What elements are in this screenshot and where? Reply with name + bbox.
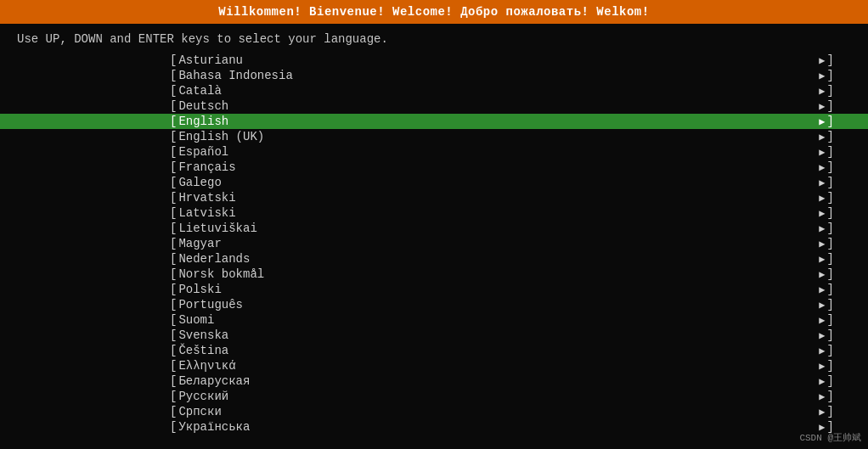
language-label: Magyar xyxy=(178,237,221,250)
language-item-ellinika[interactable]: [ Ελληνικά▶ ] xyxy=(0,358,868,373)
bracket-open-icon: [ xyxy=(170,84,177,98)
bracket-close-icon: ] xyxy=(827,267,834,281)
bracket-close-icon: ] xyxy=(827,390,834,403)
bracket-close-icon: ] xyxy=(827,53,834,67)
bracket-close-icon: ] xyxy=(827,344,834,357)
bracket-open-icon: [ xyxy=(170,237,177,250)
language-item-francais[interactable]: [ Français▶ ] xyxy=(0,160,868,175)
language-label: Deutsch xyxy=(178,99,228,113)
language-label: Català xyxy=(178,84,221,98)
arrow-icon: ▶ xyxy=(819,283,825,296)
arrow-icon: ▶ xyxy=(819,253,825,266)
bracket-close-icon: ] xyxy=(827,237,834,250)
bracket-open-icon: [ xyxy=(170,252,177,266)
bracket-close-icon: ] xyxy=(827,115,834,128)
arrow-icon: ▶ xyxy=(819,146,825,159)
bracket-close-icon: ] xyxy=(827,374,834,388)
arrow-icon: ▶ xyxy=(819,115,825,128)
bracket-open-icon: [ xyxy=(170,99,177,113)
language-label: Српски xyxy=(178,405,221,418)
bracket-open-icon: [ xyxy=(170,115,177,128)
language-label: Latviski xyxy=(178,206,235,220)
bracket-open-icon: [ xyxy=(170,359,177,373)
language-item-english[interactable]: [ English▶ ] xyxy=(0,114,868,129)
language-item-russkiy[interactable]: [ Русский▶ ] xyxy=(0,389,868,404)
bracket-open-icon: [ xyxy=(170,313,177,327)
arrow-icon: ▶ xyxy=(819,329,825,342)
language-label: Polski xyxy=(178,283,221,296)
bracket-open-icon: [ xyxy=(170,206,177,220)
language-label: English (UK) xyxy=(178,130,264,143)
instructions-text: Use UP, DOWN and ENTER keys to select yo… xyxy=(17,32,388,46)
bracket-close-icon: ] xyxy=(827,191,834,205)
language-item-lietuviškai[interactable]: [ Lietuviškai▶ ] xyxy=(0,221,868,236)
language-item-galego[interactable]: [ Galego▶ ] xyxy=(0,175,868,190)
arrow-icon: ▶ xyxy=(819,207,825,220)
language-label: Português xyxy=(178,298,243,311)
bracket-open-icon: [ xyxy=(170,405,177,418)
language-label: Українська xyxy=(178,420,250,434)
arrow-icon: ▶ xyxy=(819,299,825,311)
bracket-close-icon: ] xyxy=(827,69,834,82)
arrow-icon: ▶ xyxy=(819,70,825,82)
bracket-close-icon: ] xyxy=(827,130,834,143)
language-item-portugues[interactable]: [ Português▶ ] xyxy=(0,297,868,312)
language-label: Norsk bokmål xyxy=(178,267,264,281)
bracket-open-icon: [ xyxy=(170,69,177,82)
arrow-icon: ▶ xyxy=(819,375,825,388)
language-item-bahasa-indonesia[interactable]: [ Bahasa Indonesia▶ ] xyxy=(0,68,868,83)
language-label: Беларуская xyxy=(178,374,250,388)
language-item-asturianu[interactable]: [ Asturianu▶ ] xyxy=(0,53,868,68)
arrow-icon: ▶ xyxy=(819,177,825,189)
arrow-icon: ▶ xyxy=(819,161,825,174)
instructions: Use UP, DOWN and ENTER keys to select yo… xyxy=(0,24,868,51)
arrow-icon: ▶ xyxy=(819,131,825,143)
language-item-hrvatski[interactable]: [ Hrvatski▶ ] xyxy=(0,190,868,205)
language-item-nederlands[interactable]: [ Nederlands▶ ] xyxy=(0,251,868,267)
bracket-close-icon: ] xyxy=(827,359,834,373)
bracket-open-icon: [ xyxy=(170,420,177,434)
arrow-icon: ▶ xyxy=(819,268,825,281)
bracket-close-icon: ] xyxy=(827,298,834,311)
language-label: Galego xyxy=(178,176,221,189)
bracket-close-icon: ] xyxy=(827,176,834,189)
language-item-ukrainska[interactable]: [ Українська▶ ] xyxy=(0,419,868,435)
language-item-espanol[interactable]: [ Español▶ ] xyxy=(0,144,868,160)
bracket-open-icon: [ xyxy=(170,160,177,174)
language-item-norsk-bokmal[interactable]: [ Norsk bokmål▶ ] xyxy=(0,267,868,282)
bracket-close-icon: ] xyxy=(827,99,834,113)
bracket-close-icon: ] xyxy=(827,283,834,296)
language-label: Français xyxy=(178,160,235,174)
language-item-deutsch[interactable]: [ Deutsch▶ ] xyxy=(0,98,868,114)
language-item-latviski[interactable]: [ Latviski▶ ] xyxy=(0,205,868,221)
bracket-close-icon: ] xyxy=(827,160,834,174)
language-item-svenska[interactable]: [ Svenska▶ ] xyxy=(0,328,868,343)
bracket-open-icon: [ xyxy=(170,53,177,67)
language-item-belorusskaya[interactable]: [ Беларуская▶ ] xyxy=(0,373,868,389)
language-item-polski[interactable]: [ Polski▶ ] xyxy=(0,282,868,297)
language-item-srpski[interactable]: [ Српски▶ ] xyxy=(0,404,868,419)
language-item-suomi[interactable]: [ Suomi▶ ] xyxy=(0,312,868,328)
welcome-banner: Willkommen! Bienvenue! Welcome! Добро по… xyxy=(0,0,868,24)
arrow-icon: ▶ xyxy=(819,54,825,67)
arrow-icon: ▶ xyxy=(819,85,825,98)
bracket-open-icon: [ xyxy=(170,267,177,281)
bracket-close-icon: ] xyxy=(827,145,834,159)
bracket-open-icon: [ xyxy=(170,344,177,357)
language-item-english-uk[interactable]: [ English (UK)▶ ] xyxy=(0,129,868,144)
arrow-icon: ▶ xyxy=(819,406,825,418)
bracket-open-icon: [ xyxy=(170,298,177,311)
bracket-open-icon: [ xyxy=(170,374,177,388)
bracket-open-icon: [ xyxy=(170,130,177,143)
bracket-close-icon: ] xyxy=(827,84,834,98)
bracket-close-icon: ] xyxy=(827,222,834,235)
language-item-cestina[interactable]: [ Čeština▶ ] xyxy=(0,343,868,358)
welcome-text: Willkommen! Bienvenue! Welcome! Добро по… xyxy=(218,5,649,19)
bracket-close-icon: ] xyxy=(827,328,834,342)
arrow-icon: ▶ xyxy=(819,390,825,403)
language-label: Hrvatski xyxy=(178,191,235,205)
arrow-icon: ▶ xyxy=(819,238,825,250)
language-item-magyar[interactable]: [ Magyar▶ ] xyxy=(0,236,868,251)
language-item-catala[interactable]: [ Català▶ ] xyxy=(0,83,868,98)
arrow-icon: ▶ xyxy=(819,360,825,373)
